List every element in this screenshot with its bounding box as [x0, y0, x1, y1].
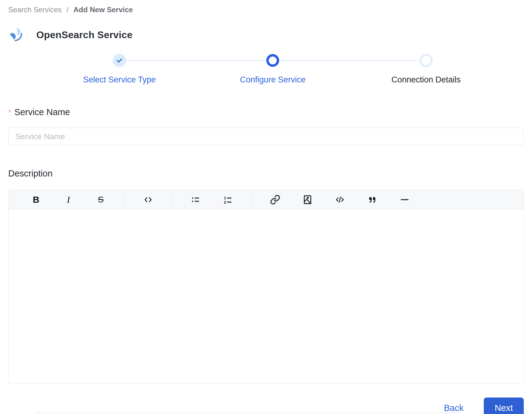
ordered-list-button[interactable]: 12 — [221, 193, 235, 207]
step-label: Configure Service — [240, 75, 306, 85]
opensearch-logo-icon — [8, 27, 24, 43]
service-header: OpenSearch Service — [8, 27, 524, 43]
ordered-list-icon: 12 — [223, 195, 233, 205]
horizontal-rule-button[interactable] — [398, 193, 412, 207]
service-name-label-text: Service Name — [14, 107, 70, 117]
image-button[interactable] — [301, 193, 315, 207]
breadcrumb-link-search-services[interactable]: Search Services — [8, 5, 62, 14]
breadcrumb-current-add-new-service: Add New Service — [73, 5, 133, 14]
service-name-label: * Service Name — [8, 107, 524, 117]
blockquote-icon — [367, 195, 377, 205]
toolbar-divider — [251, 190, 252, 209]
bullet-list-button[interactable] — [188, 193, 202, 207]
bold-button[interactable]: B — [29, 193, 43, 207]
code-block-button[interactable] — [333, 193, 347, 207]
toolbar-divider — [172, 190, 172, 209]
svg-text:2: 2 — [224, 200, 226, 205]
bullet-list-icon — [191, 195, 200, 205]
strikethrough-icon: S — [98, 195, 104, 205]
svg-text:1: 1 — [224, 196, 226, 200]
bold-icon: B — [33, 194, 39, 205]
description-editor-content[interactable] — [9, 209, 523, 383]
step-completed-circle — [113, 54, 126, 67]
inline-code-icon — [143, 195, 153, 205]
horizontal-rule-icon — [399, 194, 410, 205]
wizard-stepper: Select Service Type Configure Service Co… — [43, 54, 503, 85]
strikethrough-button[interactable]: S — [94, 193, 108, 207]
link-button[interactable] — [268, 193, 282, 207]
step-select-service-type[interactable]: Select Service Type — [43, 54, 196, 85]
image-icon — [302, 194, 313, 205]
toolbar-divider — [124, 190, 125, 209]
next-section-peek — [34, 411, 460, 414]
inline-code-button[interactable] — [141, 193, 155, 207]
step-label: Select Service Type — [83, 75, 156, 85]
description-rich-text-editor: B I S 12 — [8, 190, 524, 383]
step-active-circle — [266, 54, 279, 67]
check-icon — [116, 57, 123, 64]
service-name-input[interactable] — [8, 128, 524, 145]
step-label: Connection Details — [392, 75, 461, 85]
add-service-page: Search Services / Add New Service OpenSe… — [0, 0, 532, 414]
italic-icon: I — [67, 194, 70, 205]
editor-toolbar: B I S 12 — [9, 190, 523, 209]
blockquote-button[interactable] — [365, 193, 379, 207]
breadcrumb-separator: / — [67, 5, 69, 14]
page-title: OpenSearch Service — [36, 29, 133, 41]
description-label: Description — [8, 169, 524, 179]
code-block-icon — [335, 194, 345, 205]
required-asterisk: * — [8, 107, 11, 117]
next-button[interactable]: Next — [484, 398, 524, 414]
step-upcoming-circle — [419, 54, 433, 67]
step-connection-details[interactable]: Connection Details — [349, 54, 503, 85]
italic-button[interactable]: I — [61, 193, 75, 207]
step-configure-service[interactable]: Configure Service — [196, 54, 349, 85]
link-icon — [270, 194, 280, 205]
breadcrumb: Search Services / Add New Service — [8, 5, 524, 14]
